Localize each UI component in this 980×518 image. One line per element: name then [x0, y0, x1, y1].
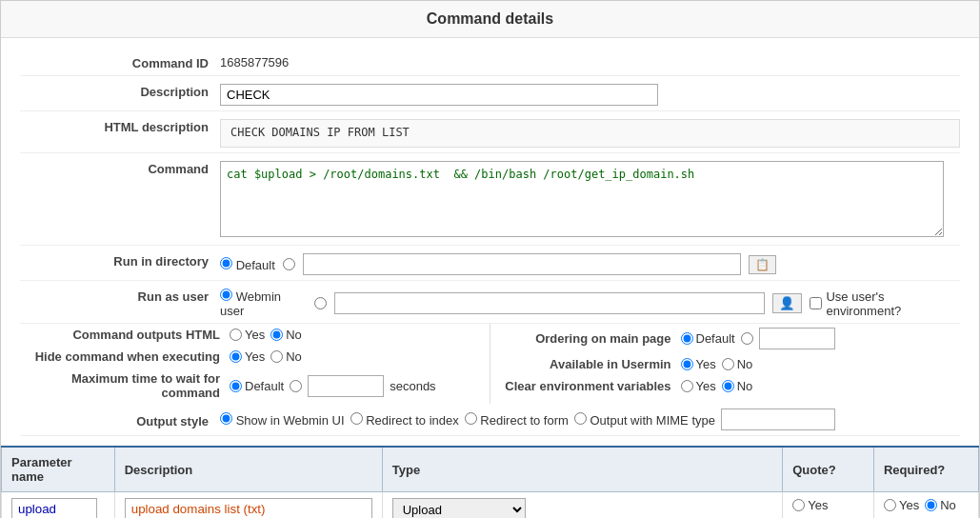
- description-input[interactable]: [220, 84, 658, 106]
- description-row: Description: [20, 76, 960, 111]
- output-style-section: Output style Show in Webmin UI Redirect …: [20, 404, 960, 436]
- param-desc-input[interactable]: [125, 498, 372, 518]
- required-no-radio[interactable]: [925, 499, 937, 511]
- page-wrapper: Command details Command ID 1685877596 De…: [0, 0, 980, 518]
- clear-env-no-radio[interactable]: [722, 380, 734, 392]
- mime-type-input[interactable]: [721, 408, 835, 430]
- run-as-user-row: Run as user Webmin user 👤 Use user's env…: [20, 281, 960, 324]
- outputs-html-no-radio[interactable]: [270, 329, 283, 341]
- clear-env-yes-radio[interactable]: [681, 380, 693, 392]
- hide-cmd-no-option[interactable]: No: [270, 349, 302, 364]
- use-env-option[interactable]: Use user's environment?: [810, 289, 960, 318]
- html-description-value: CHECK DOMAINS IP FROM LIST: [220, 116, 960, 148]
- output-style-index-label: Redirect to index: [366, 413, 459, 428]
- seconds-label: seconds: [390, 379, 435, 393]
- quote-yes-label: Yes: [808, 498, 828, 512]
- required-no-label: No: [940, 498, 956, 512]
- param-header-type: Type: [382, 447, 782, 492]
- command-id-text: 1685877596: [220, 55, 289, 70]
- command-textarea[interactable]: [220, 161, 944, 237]
- output-style-index-option[interactable]: Redirect to index: [350, 412, 459, 428]
- max-time-default-option[interactable]: Default: [230, 379, 284, 393]
- max-time-custom-radio[interactable]: [290, 380, 302, 392]
- run-as-webmin-option[interactable]: Webmin user: [220, 289, 307, 318]
- output-style-mime-option[interactable]: Output with MIME type: [574, 412, 715, 428]
- available-yes-option[interactable]: Yes: [681, 357, 716, 371]
- ordering-default-radio[interactable]: [681, 332, 693, 345]
- required-no-option[interactable]: No: [925, 498, 956, 512]
- run-as-custom-radio[interactable]: [314, 297, 327, 309]
- ordering-custom-radio[interactable]: [741, 332, 753, 345]
- required-yes-radio[interactable]: [884, 499, 896, 511]
- quote-yes-radio[interactable]: [792, 499, 805, 511]
- run-in-directory-row: Run in directory Default 📋: [20, 246, 960, 281]
- output-style-index-radio[interactable]: [350, 412, 363, 425]
- output-style-label: Output style: [20, 410, 220, 428]
- available-yes-radio[interactable]: [681, 358, 693, 370]
- ordering-input[interactable]: [759, 328, 835, 349]
- output-style-mime-label: Output with MIME type: [590, 413, 715, 428]
- outputs-html-yes-label: Yes: [245, 328, 265, 342]
- clear-env-no-option[interactable]: No: [722, 379, 753, 393]
- max-time-default-label: Default: [245, 379, 284, 393]
- outputs-html-radios: Yes No: [230, 328, 302, 342]
- ordering-label: Ordering on main page: [490, 331, 681, 346]
- run-as-webmin-radio[interactable]: [220, 289, 232, 301]
- hide-command-radios: Yes No: [230, 349, 302, 364]
- quote-yes-option[interactable]: Yes: [792, 498, 828, 512]
- outputs-html-no-label: No: [286, 328, 302, 342]
- param-header-required: Required?: [873, 447, 978, 492]
- use-env-checkbox[interactable]: [810, 297, 822, 309]
- left-col: Command outputs HTML Yes No Hid: [20, 324, 490, 404]
- param-required-cell: Yes No: [873, 492, 978, 519]
- hide-cmd-yes-option[interactable]: Yes: [230, 349, 265, 364]
- ordering-default-option[interactable]: Default: [681, 331, 735, 346]
- outputs-html-yes-radio[interactable]: [230, 329, 242, 341]
- ordering-row: Ordering on main page Default: [490, 324, 961, 353]
- hide-cmd-no-radio[interactable]: [270, 350, 283, 363]
- run-dir-default-radio[interactable]: [220, 257, 232, 269]
- max-time-label: Maximum time to wait for command: [20, 371, 230, 400]
- seconds-input[interactable]: [308, 375, 384, 397]
- output-style-webmin-option[interactable]: Show in Webmin UI: [220, 412, 345, 428]
- html-desc-text: CHECK DOMAINS IP FROM LIST: [230, 126, 410, 139]
- run-dir-input[interactable]: [303, 253, 741, 275]
- outputs-html-label: Command outputs HTML: [20, 328, 230, 342]
- clear-env-no-label: No: [737, 379, 753, 393]
- run-dir-custom-radio[interactable]: [283, 258, 295, 270]
- run-in-directory-value: Default 📋: [220, 250, 960, 275]
- param-desc-cell: [114, 492, 382, 519]
- output-style-form-option[interactable]: Redirect to form: [465, 412, 569, 428]
- max-time-default-radio[interactable]: [230, 380, 242, 392]
- param-type-cell: Upload Text Password Textarea Select: [382, 492, 782, 519]
- quote-radios: Yes No: [792, 498, 864, 518]
- outputs-html-no-option[interactable]: No: [270, 328, 302, 342]
- required-yes-option[interactable]: Yes: [884, 498, 919, 512]
- ordering-radios: Default: [681, 328, 835, 349]
- copy-button[interactable]: 📋: [749, 255, 776, 274]
- ordering-default-label: Default: [696, 331, 735, 346]
- command-label: Command: [20, 158, 220, 176]
- max-time-radios: Default seconds: [230, 375, 436, 397]
- clear-env-yes-option[interactable]: Yes: [681, 379, 716, 393]
- param-quote-cell: Yes No: [783, 492, 874, 519]
- hide-cmd-yes-radio[interactable]: [230, 350, 242, 363]
- outputs-html-yes-option[interactable]: Yes: [230, 328, 265, 342]
- output-style-row: Show in Webmin UI Redirect to index Redi…: [220, 408, 835, 430]
- param-header-description: Description: [114, 447, 382, 492]
- clear-env-row: Clear environment variables Yes No: [490, 375, 961, 397]
- available-no-option[interactable]: No: [722, 357, 753, 371]
- required-radios: Yes No: [884, 498, 969, 512]
- output-style-form-radio[interactable]: [465, 412, 477, 425]
- output-style-mime-radio[interactable]: [574, 412, 587, 425]
- available-no-radio[interactable]: [722, 358, 734, 370]
- person-button[interactable]: 👤: [772, 293, 802, 313]
- run-dir-default-option[interactable]: Default: [220, 257, 275, 272]
- param-name-input[interactable]: [11, 498, 97, 518]
- page-title: Command details: [1, 1, 979, 38]
- param-table-header: Parameter name Description Type Quote? R…: [2, 447, 979, 492]
- run-as-user-input[interactable]: [334, 292, 765, 314]
- param-type-select[interactable]: Upload Text Password Textarea Select: [392, 498, 526, 518]
- output-style-webmin-radio[interactable]: [220, 412, 232, 425]
- run-dir-default-label: Default: [236, 258, 275, 272]
